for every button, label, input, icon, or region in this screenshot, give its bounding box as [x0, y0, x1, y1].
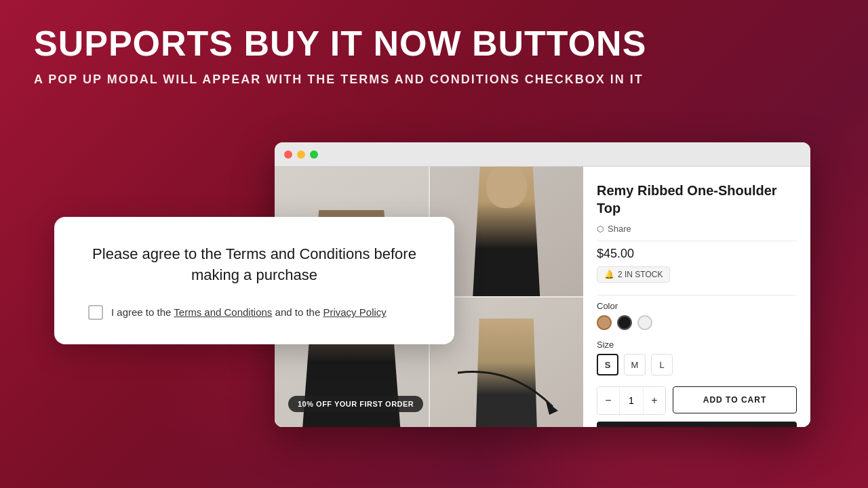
size-label: Size [597, 340, 797, 350]
privacy-link[interactable]: Privacy Policy [323, 306, 386, 318]
checkbox-row: I agree to the Terms and Conditions and … [88, 305, 420, 320]
stock-badge: 🔔 2 IN STOCK [597, 266, 670, 283]
promo-bar: 10% OFF YOUR FIRST ORDER [288, 396, 423, 412]
terms-modal: Please agree to the Terms and Conditions… [54, 217, 454, 344]
size-m[interactable]: M [624, 354, 646, 375]
checkbox-label-mid: and to the [272, 306, 323, 318]
main-title: SUPPORTS BUY IT NOW BUTTONS [34, 24, 834, 63]
color-options [597, 315, 797, 330]
qty-value: 1 [619, 387, 644, 414]
price: $45.00 [597, 247, 797, 261]
subtitle: A POP UP MODAL WILL APPEAR WITH THE TERM… [34, 73, 834, 87]
browser-bar [275, 142, 810, 167]
size-l[interactable]: L [651, 354, 673, 375]
product-info: Remy Ribbed One-Shoulder Top ⬡ Share $45… [583, 167, 810, 427]
size-s[interactable]: S [597, 354, 618, 375]
size-options: S M L [597, 354, 797, 375]
product-title: Remy Ribbed One-Shoulder Top [597, 182, 797, 217]
modal-text: Please agree to the Terms and Conditions… [88, 244, 420, 286]
share-text[interactable]: Share [608, 224, 631, 234]
color-swatch-black[interactable] [617, 315, 632, 330]
add-to-cart-button[interactable]: ADD TO CART [673, 386, 797, 413]
cart-row: − 1 + ADD TO CART [597, 386, 797, 415]
svg-marker-0 [546, 401, 558, 415]
qty-increase-button[interactable]: + [644, 387, 665, 414]
divider-2 [597, 295, 797, 296]
buy-it-now-button[interactable]: BUY IT NOW ↗ [597, 422, 797, 427]
checkbox-label-pre: I agree to the [111, 306, 174, 318]
arrow-indicator [444, 366, 566, 423]
qty-decrease-button[interactable]: − [597, 387, 619, 414]
maximize-dot[interactable] [310, 150, 318, 159]
terms-checkbox[interactable] [88, 305, 103, 320]
close-dot[interactable] [284, 150, 292, 159]
color-label: Color [597, 301, 797, 311]
stock-text: 2 IN STOCK [618, 270, 663, 279]
divider-1 [597, 241, 797, 241]
bell-icon: 🔔 [604, 270, 614, 279]
minimize-dot[interactable] [297, 150, 305, 159]
quantity-control: − 1 + [597, 386, 666, 415]
page-content: SUPPORTS BUY IT NOW BUTTONS A POP UP MOD… [0, 0, 868, 119]
terms-link[interactable]: Terms and Conditions [174, 306, 272, 318]
checkbox-label: I agree to the Terms and Conditions and … [111, 306, 387, 318]
color-swatch-tan[interactable] [597, 315, 612, 330]
color-swatch-white[interactable] [637, 315, 652, 330]
share-icon: ⬡ [597, 224, 604, 234]
share-row: ⬡ Share [597, 224, 797, 234]
